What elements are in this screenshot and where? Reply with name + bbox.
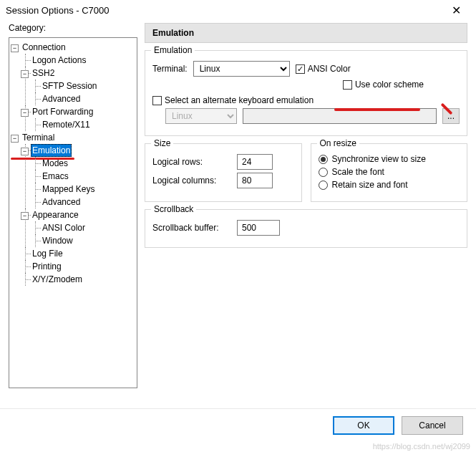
tree-log-file[interactable]: Log File [21,247,135,260]
cols-label: Logical columns: [152,175,231,186]
collapse-icon[interactable]: − [21,70,29,78]
tree-printing[interactable]: Printing [21,260,135,273]
resize-legend: On resize [317,138,359,148]
emulation-group: Emulation Terminal: Linux ✓ ANSI Color U… [145,50,467,136]
ok-button[interactable]: OK [333,416,394,435]
watermark: https://blog.csdn.net/wj2099 [373,442,470,451]
right-pane: Emulation Emulation Terminal: Linux ✓ AN… [137,23,467,400]
resize-group: On resize Synchronize view to size Scale… [311,143,468,202]
footer: OK Cancel [0,408,476,442]
tree-ansi-color[interactable]: ANSI Color [31,221,135,234]
rows-input[interactable] [237,154,273,170]
scrollback-label: Scrollback buffer: [152,223,231,233]
terminal-select[interactable]: Linux [193,61,290,77]
tree-xyzmodem[interactable]: X/Y/Zmodem [21,273,135,286]
category-label: Category: [9,23,137,33]
scrollback-input[interactable] [237,220,280,236]
size-group: Size Logical rows: Logical columns: [145,143,302,202]
check-icon [152,96,162,105]
collapse-icon[interactable]: − [11,44,19,52]
collapse-icon[interactable]: − [11,135,19,143]
tree-mapped-keys[interactable]: Mapped Keys [31,183,135,196]
content: Category: −Connection Logon Actions −SSH… [0,20,476,400]
tree-emulation[interactable]: −Emulation Modes Emacs Mapped Keys Advan… [21,144,135,208]
tree-port-forwarding[interactable]: −Port Forwarding Remote/X11 [21,105,135,131]
tree-remote-x11[interactable]: Remote/X11 [31,118,135,131]
tree-advanced[interactable]: Advanced [31,92,135,105]
annotation-mark [334,108,420,111]
tree-ssh2[interactable]: −SSH2 SFTP Session Advanced [21,67,135,105]
window-title: Session Options - C7000 [6,5,110,16]
emulation-legend: Emulation [151,45,195,55]
ansi-color-checkbox[interactable]: ✓ ANSI Color [296,64,351,74]
collapse-icon[interactable]: − [21,212,29,220]
scrollback-legend: Scrollback [151,204,196,214]
check-icon: ✓ [296,64,305,74]
size-legend: Size [151,138,173,148]
check-icon [343,80,352,90]
cols-input[interactable] [237,173,273,188]
scrollback-group: Scrollback Scrollback buffer: [145,209,467,248]
tree-terminal[interactable]: −Terminal −Emulation Modes Emacs Mapped … [11,131,135,286]
use-color-scheme-checkbox[interactable]: Use color scheme [343,80,424,90]
tree-sftp-session[interactable]: SFTP Session [31,80,135,92]
tree-emacs[interactable]: Emacs [31,170,135,183]
rows-label: Logical rows: [152,157,231,167]
terminal-label: Terminal: [152,64,188,74]
tree-window[interactable]: Window [31,234,135,247]
tree-appearance[interactable]: −Appearance ANSI Color Window [21,208,135,247]
cancel-button[interactable]: Cancel [402,416,463,435]
resize-scale-radio[interactable]: Scale the font [319,167,460,177]
tree-advanced[interactable]: Advanced [31,196,135,208]
collapse-icon[interactable]: − [21,148,29,155]
alt-keyboard-select: Linux [165,108,237,124]
panel-header: Emulation [145,23,467,43]
left-pane: Category: −Connection Logon Actions −SSH… [9,23,137,400]
collapse-icon[interactable]: − [21,109,29,117]
tree-logon-actions[interactable]: Logon Actions [21,54,135,67]
category-tree[interactable]: −Connection Logon Actions −SSH2 SFTP Ses… [9,37,137,388]
resize-retain-radio[interactable]: Retain size and font [319,180,460,190]
titlebar: Session Options - C7000 ✕ [0,0,476,20]
close-icon[interactable]: ✕ [442,4,470,17]
tree-connection[interactable]: −Connection Logon Actions −SSH2 SFTP Ses… [11,41,135,131]
alt-keyboard-checkbox[interactable]: Select an alternate keyboard emulation [152,95,314,105]
tree-modes[interactable]: Modes [31,157,135,170]
resize-sync-radio[interactable]: Synchronize view to size [319,154,460,164]
